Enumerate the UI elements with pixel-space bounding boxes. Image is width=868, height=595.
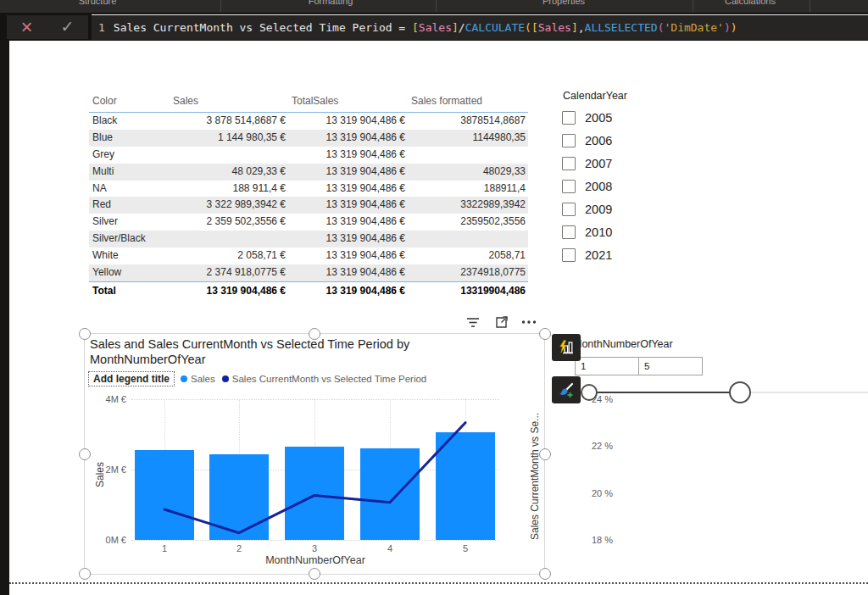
- legend-swatch: [181, 375, 187, 382]
- column-header-sales-formatted[interactable]: Sales formatted: [408, 95, 528, 112]
- legend-label: Sales CurrentMonth vs Selected Time Peri…: [232, 374, 426, 384]
- slider-handle-min[interactable]: [581, 384, 598, 401]
- checkbox-2021[interactable]: [562, 248, 576, 262]
- x-tick: 4: [373, 543, 407, 553]
- analyze-visual-button[interactable]: [552, 334, 581, 361]
- cell-sales: [170, 231, 288, 247]
- table-row[interactable]: Yellow 2 374 918,0775 € 13 319 904,486 €…: [89, 264, 528, 281]
- column-header-totalsales[interactable]: TotalSales: [288, 95, 408, 112]
- year-label: 2008: [585, 180, 612, 193]
- cell-sales-formatted: 3878514,8687: [408, 113, 528, 130]
- year-option-2005[interactable]: 2005: [562, 106, 672, 129]
- cell-totalsales: 13 319 904,486 €: [288, 214, 408, 231]
- visual-header-toolbar: [465, 314, 537, 330]
- formula-actions: × ✓: [7, 15, 88, 39]
- table-row[interactable]: Black 3 878 514,8687 € 13 319 904,486 € …: [89, 113, 528, 130]
- x-tick: 3: [298, 543, 331, 553]
- column-header-color[interactable]: Color: [89, 95, 170, 112]
- cell-totalsales: 13 319 904,486 €: [288, 164, 408, 181]
- resize-handle[interactable]: [79, 448, 91, 460]
- resize-handle[interactable]: [309, 568, 320, 580]
- checkbox-2009[interactable]: [562, 203, 576, 216]
- year-option-2006[interactable]: 2006: [562, 129, 672, 152]
- cell-sales-formatted: 188911,4: [408, 181, 528, 197]
- resize-handle[interactable]: [79, 568, 91, 580]
- cell-sales-formatted: 1144980,35: [408, 130, 528, 147]
- checkbox-2008[interactable]: [562, 180, 576, 193]
- slider-handle-max[interactable]: [729, 381, 751, 403]
- cancel-formula-icon[interactable]: ×: [21, 17, 33, 37]
- chart-title: Sales and Sales CurrentMonth vs Selected…: [90, 336, 488, 367]
- resize-handle[interactable]: [539, 448, 551, 460]
- checkbox-2005[interactable]: [562, 111, 576, 125]
- cell-totalsales: 13 319 904,486 €: [288, 264, 408, 281]
- total-sales: 13 319 904,486 €: [170, 282, 288, 300]
- cell-color: Silver: [89, 214, 170, 231]
- year-option-2007[interactable]: 2007: [562, 152, 672, 175]
- add-legend-title-prompt[interactable]: Add legend title: [88, 371, 175, 386]
- checkbox-2010[interactable]: [562, 225, 576, 239]
- year-label: 2010: [585, 225, 612, 239]
- commit-formula-icon[interactable]: ✓: [61, 19, 75, 36]
- table-row[interactable]: Multi 48 029,33 € 13 319 904,486 € 48029…: [89, 164, 528, 181]
- resize-handle[interactable]: [309, 328, 320, 340]
- table-header-row: Color Sales TotalSales Sales formatted: [89, 92, 528, 113]
- y-left-tick: 0M €: [96, 535, 126, 545]
- format-visual-button[interactable]: [552, 376, 581, 403]
- table-row[interactable]: White 2 058,71 € 13 319 904,486 € 2058,7…: [89, 247, 528, 264]
- checkbox-2007[interactable]: [562, 157, 576, 170]
- more-options-icon[interactable]: [520, 314, 537, 330]
- legend-item-sales[interactable]: Sales: [181, 374, 215, 384]
- table-row[interactable]: Blue 1 144 980,35 € 13 319 904,486 € 114…: [89, 130, 528, 147]
- cell-sales: 3 878 514,8687 €: [170, 113, 288, 130]
- resize-handle[interactable]: [539, 568, 551, 580]
- cell-sales: 3 322 989,3942 €: [170, 197, 288, 214]
- cell-sales: 2 374 918,0775 €: [170, 264, 288, 281]
- formula-text: Sales CurrentMonth vs Selected Time Peri…: [114, 21, 737, 34]
- cell-color: Blue: [89, 130, 170, 147]
- y-right-tick: 20 %: [592, 488, 622, 498]
- column-header-sales[interactable]: Sales: [170, 95, 288, 112]
- year-label: 2006: [585, 134, 612, 147]
- cell-sales-formatted: 2058,71: [408, 247, 528, 264]
- table-row[interactable]: Grey 13 319 904,486 €: [89, 147, 528, 164]
- cell-color: NA: [89, 181, 170, 197]
- page-boundary-dotted-line: [9, 582, 868, 584]
- year-option-2009[interactable]: 2009: [562, 197, 672, 220]
- cell-sales: 188 911,4 €: [170, 181, 288, 197]
- legend-item-sales-currentmonth[interactable]: Sales CurrentMonth vs Selected Time Peri…: [222, 374, 426, 384]
- cell-totalsales: 13 319 904,486 €: [288, 197, 408, 214]
- checkbox-2006[interactable]: [562, 134, 576, 147]
- resize-handle[interactable]: [539, 328, 551, 340]
- year-label: 2007: [585, 157, 612, 170]
- cell-color: Red: [89, 197, 170, 214]
- line-layer: [131, 399, 499, 540]
- ribbon-group-structure: Structure: [47, 0, 148, 7]
- table-row[interactable]: Red 3 322 989,3942 € 13 319 904,486 € 33…: [89, 197, 528, 214]
- year-option-2021[interactable]: 2021: [562, 243, 672, 266]
- table-row[interactable]: Silver 2 359 502,3556 € 13 319 904,486 €…: [89, 214, 528, 231]
- cell-totalsales: 13 319 904,486 €: [288, 147, 408, 164]
- focus-mode-icon[interactable]: [492, 314, 509, 330]
- cell-sales: 2 058,71 €: [170, 247, 288, 264]
- dax-formula-input[interactable]: 1 Sales CurrentMonth vs Selected Time Pe…: [92, 14, 868, 40]
- filter-icon[interactable]: [465, 314, 481, 330]
- slider-track-selected[interactable]: [589, 392, 741, 393]
- table-row[interactable]: Silver/Black 13 319 904,486 €: [89, 231, 528, 247]
- cell-totalsales: 13 319 904,486 €: [288, 231, 408, 247]
- chart-legend: Add legend title Sales Sales CurrentMont…: [88, 371, 433, 386]
- year-option-2008[interactable]: 2008: [562, 175, 672, 197]
- y-right-tick: 18 %: [592, 535, 622, 545]
- line-series[interactable]: [164, 423, 465, 533]
- year-option-2010[interactable]: 2010: [562, 220, 672, 243]
- slider-track-remainder[interactable]: [741, 392, 868, 393]
- combo-chart-visual[interactable]: Sales and Sales CurrentMonth vs Selected…: [84, 333, 545, 575]
- resize-handle[interactable]: [79, 328, 91, 340]
- y-left-tick: 4M €: [96, 394, 126, 404]
- cell-sales-formatted: [408, 231, 528, 247]
- cell-sales-formatted: 3322989,3942: [408, 197, 528, 214]
- table-row[interactable]: NA 188 911,4 € 13 319 904,486 € 188911,4: [89, 181, 528, 197]
- slicer-max-input[interactable]: [638, 357, 703, 375]
- slicer-min-input[interactable]: [575, 357, 639, 375]
- total-totalsales: 13 319 904,486 €: [288, 282, 408, 300]
